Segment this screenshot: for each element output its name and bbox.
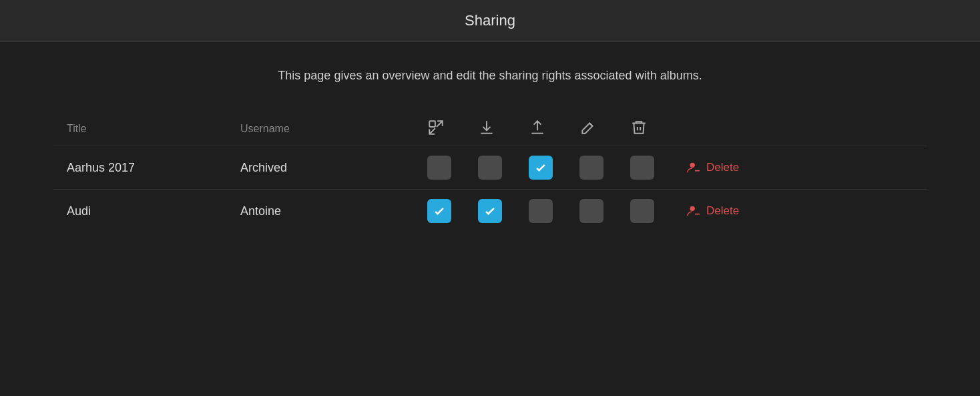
col-header-download: [465, 110, 515, 146]
col-header-edit: [566, 110, 617, 146]
table-row: AudiAntoine Delete: [53, 190, 927, 233]
sharing-table: Title Username: [53, 110, 927, 232]
cell-delete[interactable]: Delete: [668, 146, 927, 190]
checkbox-4[interactable]: [630, 199, 654, 223]
user-minus-icon: [686, 160, 701, 175]
cell-permission-3[interactable]: [566, 190, 617, 233]
cell-permission-0[interactable]: [414, 146, 465, 190]
cell-delete[interactable]: Delete: [668, 190, 927, 233]
col-header-username: Username: [227, 110, 414, 146]
delete-button[interactable]: Delete: [681, 201, 744, 221]
svg-rect-0: [429, 121, 435, 127]
checkbox-4[interactable]: [630, 156, 654, 180]
download-icon: [478, 119, 495, 136]
cell-permission-1[interactable]: [465, 146, 515, 190]
cell-username: Antoine: [227, 190, 414, 233]
page-title: Sharing: [0, 12, 980, 29]
col-header-title: Title: [53, 110, 227, 146]
delete-button[interactable]: Delete: [681, 158, 744, 178]
delete-label: Delete: [706, 161, 739, 174]
checkbox-0[interactable]: [427, 156, 451, 180]
page-description: This page gives an overview and edit the…: [53, 69, 927, 83]
user-minus-icon: [686, 204, 701, 218]
upload-icon: [529, 119, 546, 136]
checkbox-2[interactable]: [529, 199, 553, 223]
cell-permission-3[interactable]: [566, 146, 617, 190]
checkbox-3[interactable]: [579, 199, 603, 223]
cell-title: Aarhus 2017: [53, 146, 227, 190]
svg-point-1: [690, 162, 695, 167]
checkbox-0[interactable]: [427, 199, 451, 223]
cell-permission-2[interactable]: [515, 190, 566, 233]
col-header-upload: [515, 110, 566, 146]
cell-title: Audi: [53, 190, 227, 233]
edit-icon: [579, 119, 597, 136]
checkbox-3[interactable]: [579, 156, 603, 180]
table-row: Aarhus 2017Archived Delete: [53, 146, 927, 190]
delete-label: Delete: [706, 204, 739, 218]
cell-username: Archived: [227, 146, 414, 190]
col-header-trash: [617, 110, 668, 146]
expand-icon: [427, 119, 445, 136]
cell-permission-0[interactable]: [414, 190, 465, 233]
checkbox-1[interactable]: [478, 156, 502, 180]
cell-permission-2[interactable]: [515, 146, 566, 190]
cell-permission-4[interactable]: [617, 146, 668, 190]
checkbox-1[interactable]: [478, 199, 502, 223]
main-content: This page gives an overview and edit the…: [0, 42, 980, 259]
trash-icon: [630, 119, 648, 136]
cell-permission-4[interactable]: [617, 190, 668, 233]
checkbox-2[interactable]: [529, 156, 553, 180]
cell-permission-1[interactable]: [465, 190, 515, 233]
page-header: Sharing: [0, 0, 980, 42]
col-header-expand: [414, 110, 465, 146]
svg-point-2: [690, 206, 695, 210]
